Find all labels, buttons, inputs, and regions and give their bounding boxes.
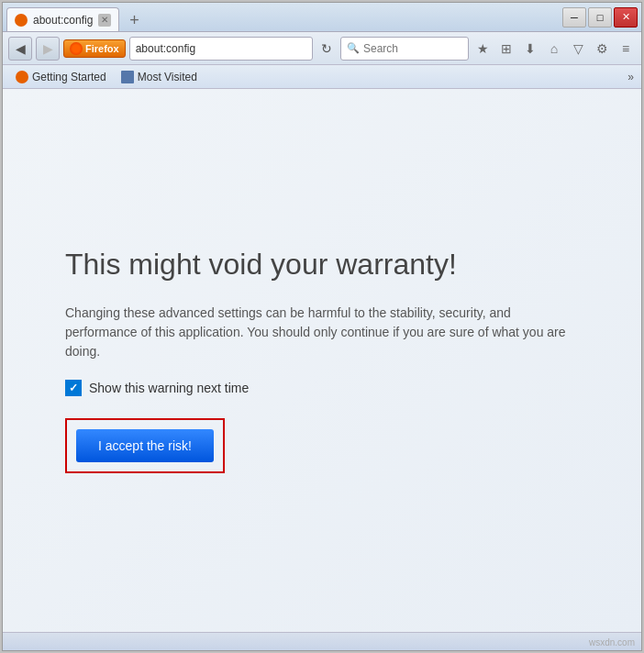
forward-button[interactable]: ▶ — [36, 37, 60, 61]
checkbox-label: Show this warning next time — [89, 381, 249, 395]
search-bar[interactable]: 🔍 — [340, 37, 469, 61]
accept-button-highlight: I accept the risk! — [65, 418, 225, 473]
bookmark-page-icon — [121, 71, 134, 83]
refresh-button[interactable]: ↻ — [316, 39, 337, 59]
firefox-menu-button[interactable]: Firefox — [63, 39, 126, 58]
new-tab-button[interactable]: + — [123, 9, 145, 31]
bookmark-most-visited-label: Most Visited — [138, 71, 197, 83]
pocket-icon[interactable]: ▽ — [568, 39, 588, 59]
home-icon[interactable]: ⌂ — [544, 39, 564, 59]
checkbox-row: ✓ Show this warning next time — [65, 380, 579, 396]
search-icon: 🔍 — [347, 42, 360, 54]
url-bar[interactable] — [129, 37, 313, 61]
close-button[interactable]: ✕ — [614, 7, 638, 28]
search-input[interactable] — [363, 42, 462, 55]
developer-tools-icon[interactable]: ⚙ — [592, 39, 612, 59]
back-icon: ◀ — [16, 41, 26, 56]
forward-icon: ▶ — [43, 41, 53, 56]
minimize-button[interactable]: ─ — [562, 7, 586, 28]
navigation-bar: ◀ ▶ Firefox ↻ 🔍 ★ ⊞ ⬇ ⌂ ▽ ⚙ ≡ — [3, 32, 641, 65]
bookmark-firefox-icon — [16, 71, 28, 83]
title-bar: about:config ✕ + ─ □ ✕ — [3, 3, 641, 32]
page-content: This might void your warranty! Changing … — [3, 89, 641, 632]
show-warning-checkbox[interactable]: ✓ — [65, 380, 82, 396]
tab-favicon-icon — [15, 14, 28, 27]
menu-icon[interactable]: ≡ — [616, 39, 636, 59]
bookmarks-more-button[interactable]: » — [627, 71, 634, 83]
home-page-icon[interactable]: ⊞ — [496, 39, 516, 59]
bookmark-star-icon[interactable]: ★ — [472, 39, 493, 59]
tab-label: about:config — [33, 14, 93, 27]
download-icon[interactable]: ⬇ — [520, 39, 540, 59]
accept-risk-button[interactable]: I accept the risk! — [76, 429, 214, 462]
firefox-logo-icon — [70, 42, 83, 55]
window-controls: ─ □ ✕ — [562, 7, 638, 28]
watermark: wsxdn.com — [589, 637, 635, 647]
bookmark-getting-started[interactable]: Getting Started — [10, 69, 112, 85]
active-tab[interactable]: about:config ✕ — [6, 7, 119, 31]
nav-icons: ★ ⊞ ⬇ ⌂ ▽ ⚙ ≡ — [472, 39, 636, 59]
url-input[interactable] — [136, 42, 306, 55]
back-button[interactable]: ◀ — [8, 37, 32, 61]
status-bar — [3, 632, 641, 650]
browser-window: about:config ✕ + ─ □ ✕ ◀ — [2, 2, 642, 651]
tab-close-icon[interactable]: ✕ — [98, 14, 111, 27]
bookmarks-bar: Getting Started Most Visited » — [3, 65, 641, 89]
bookmark-getting-started-label: Getting Started — [32, 71, 106, 83]
warning-text: Changing these advanced settings can be … — [65, 304, 579, 361]
bookmark-most-visited[interactable]: Most Visited — [116, 69, 203, 85]
warning-title: This might void your warranty! — [65, 248, 579, 282]
warning-container: This might void your warranty! Changing … — [65, 248, 579, 473]
checkbox-check-icon: ✓ — [69, 382, 78, 394]
firefox-label: Firefox — [85, 43, 119, 54]
refresh-icon: ↻ — [321, 41, 332, 56]
maximize-button[interactable]: □ — [588, 7, 612, 28]
tab-bar: about:config ✕ + — [6, 3, 562, 31]
